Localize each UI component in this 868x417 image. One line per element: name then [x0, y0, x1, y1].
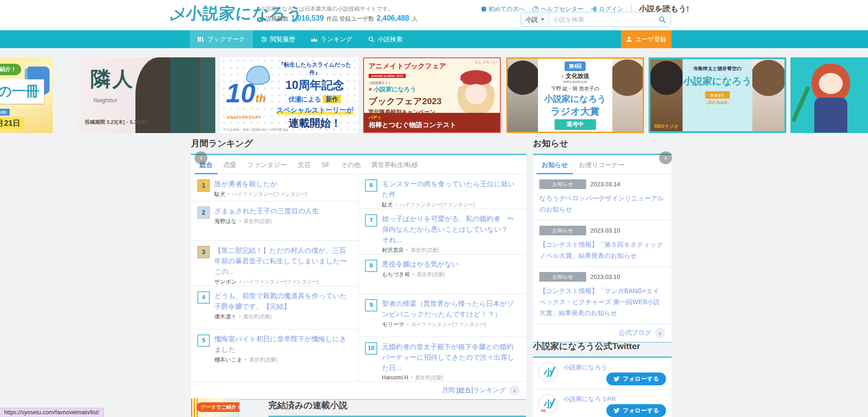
posted-label: 小説掲載数 [260, 16, 289, 22]
notices-tab-1[interactable]: お便りコーナー [574, 155, 629, 174]
rank-meta: ざまぁされた王子の三度目の人生海野はな●異世界[恋愛] [214, 206, 319, 240]
ranking-link-chevron-icon[interactable]: › [510, 385, 520, 395]
banner-radio-award[interactable]: 第4回 ♪ 文化放送FM91.6/AM1134 下野 紘・巽 悠衣子の 小説家に… [506, 57, 644, 133]
author-link[interactable]: 海野はな [214, 218, 237, 224]
author-link[interactable]: 優木凛々 [214, 313, 236, 320]
ranking-tab-4[interactable]: SF [317, 155, 335, 174]
carousel-next-button[interactable]: › [659, 151, 672, 164]
novel-title-link[interactable]: 聖者の帰還（異世界から帰ったら日本がゾンビパニックだったんですけど！？） [382, 298, 519, 319]
search-input[interactable] [549, 12, 654, 27]
beginners-label: 初めての方へ [488, 5, 525, 13]
nav-item-label: 閲覧履歴 [270, 35, 295, 44]
ranking-tab-2[interactable]: ファンタジー [242, 155, 292, 174]
banner-neighbor[interactable]: 隣人 Neighbor 投稿期間 3.23[木]・5.11[木] [78, 57, 215, 133]
ranking-tab-6[interactable]: 異世界転生/転移 [366, 155, 423, 174]
logo-pen-swash-icon: 乄 [170, 6, 185, 22]
author-link[interactable]: 村沢黒音 [382, 247, 404, 253]
login-icon [591, 6, 597, 12]
novel-title-link[interactable]: 誰が勇者を殺したか [214, 178, 307, 189]
search-category-select[interactable]: 小説 [521, 12, 549, 27]
nav-item-1[interactable]: 閲覧履歴 [253, 30, 303, 48]
ranking-tab-5[interactable]: その他 [336, 155, 366, 174]
genre-link[interactable]: 異世界[恋愛] [249, 357, 277, 362]
door-shape [170, 57, 200, 133]
page: 乄小説家になろう 小説家になろうは日本最大級の小説投稿サイトです。 小説掲載数 … [0, 0, 868, 417]
register-button[interactable]: ユーザ登録 [621, 30, 672, 48]
notice-link[interactable]: 【コンテスト情報】「第５回キネティックノベル大賞」結果発表のお知らせ [539, 239, 665, 261]
ranking-tab-1[interactable]: 恋愛 [218, 155, 241, 174]
search-submit-button[interactable] [654, 12, 671, 27]
beginners-link[interactable]: 初めての方へ [481, 5, 525, 13]
author-link[interactable]: 駄犬 [214, 191, 225, 197]
novel-title-link[interactable]: どうも、前世で殺戮の魔道具を作っていた子爵令嬢です。【完結】 [214, 290, 351, 311]
novel-author-line: サンポン●ハイファンタジー[ファンタジー] [214, 278, 351, 286]
novel-title-link[interactable]: 悪役令嬢はやる気がない [382, 259, 459, 269]
radio-title2: ラジオ大賞 [538, 105, 612, 118]
notices-tab-0[interactable]: お知らせ [537, 155, 573, 174]
novel-author-line: もちづき裕●異世界[恋愛] [382, 271, 459, 278]
genre-link[interactable]: ローファンタジー[ファンタジー] [411, 322, 486, 327]
band-tag: バディ [369, 115, 495, 121]
genre-link[interactable]: ハイファンタジー[ファンタジー] [232, 191, 307, 197]
ranking-tab-3[interactable]: 文芸 [293, 155, 316, 174]
genre-link[interactable]: 異世界[恋愛] [417, 272, 445, 277]
notice-link[interactable]: 【コンテスト情報】「マンガBANG×エイベックス・ピクチャーズ 第一回WEB小説… [539, 285, 665, 318]
banner-animate-bookfair[interactable]: ◎しぐれうい アニメイトブックフェア animate bookfair 2023… [363, 57, 501, 133]
animate-logo: アニメイトブックフェア [369, 62, 456, 71]
ranking-item: 1誰が勇者を殺したか駄犬●ハイファンタジー[ファンタジー] [191, 174, 358, 201]
nav-item-label: 小説検索 [378, 35, 403, 44]
door-shape-2 [202, 57, 215, 133]
novel-title-link[interactable]: 懺悔室バイト初日に皇帝陛下が懺悔しにきました [214, 334, 351, 355]
notice-link[interactable]: なろうデベロッパーデザインリニューアルのお知らせ [539, 193, 665, 215]
novel-title-link[interactable]: モンスターの肉を食っていたら王位に就いた件 [382, 178, 519, 200]
official-blog-link[interactable]: 公式ブログ [619, 329, 651, 337]
author-link[interactable]: モリーマ [382, 321, 404, 328]
author-link[interactable]: 駄犬 [382, 201, 393, 208]
banner-slime-10th[interactable]: 10th ANNIVERSARY 『転生したらスライムだった件』 10周年記念 … [220, 57, 358, 133]
author-link[interactable]: 棚本いこま [214, 356, 242, 363]
notices-footer: 公式ブログ › [533, 324, 672, 342]
animate-cross-line: 小説投稿サイト × 小説家になろう [369, 81, 456, 94]
blog-link-chevron-icon[interactable]: › [655, 328, 665, 338]
radio-status-badge: 選考中 [554, 119, 596, 130]
follow-button[interactable]: フォローする [606, 373, 666, 385]
novel-title-link[interactable]: ざまぁされた王子の三度目の人生 [214, 206, 319, 216]
genre-link[interactable]: ハイファンタジー[ファンタジー] [400, 202, 475, 207]
novel-title-link[interactable]: 元婚約者の皇太子殿下が格下令嬢との婚約パーティーに招待してきたので渋々出席した日… [382, 341, 519, 373]
genre-link[interactable]: 異世界[恋愛] [243, 314, 271, 319]
banner-book-intro[interactable]: でご紹介！ の一冊 Update 3月21日 [0, 57, 53, 133]
nav-item-0[interactable]: ブックマーク [190, 30, 253, 48]
banner-publication[interactable]: 小説家に 書籍化 [790, 57, 868, 133]
genre-link[interactable]: 異世界[恋愛] [415, 375, 443, 380]
navi-hosts: 寺島惇太と徳井青空の [683, 66, 752, 72]
navi-station: MBSラジオ [654, 123, 678, 130]
follow-button[interactable]: フォローする [606, 404, 666, 417]
banner-navi-3rd-book[interactable]: 寺島惇太と徳井青空の 小説家になろう navi -3rd book- MBSラジ… [649, 57, 786, 133]
animate-contest-band: バディ 相棒とつむぐ物語コンテスト [364, 113, 500, 132]
separator-dot-icon: ● [228, 192, 230, 196]
genre-link[interactable]: 異世界[恋愛] [411, 247, 439, 253]
genre-link[interactable]: 異世界[恋愛] [243, 218, 271, 224]
data-intro-banner[interactable]: データでご紹介！ [191, 398, 240, 417]
author-link[interactable]: サンポン [214, 278, 237, 285]
posted-unit: 作品 [326, 16, 338, 22]
carousel-prev-button[interactable]: ‹ [195, 151, 207, 164]
author-link[interactable]: Haruomi.H [382, 374, 408, 381]
novel-author-line: 優木凛々●異世界[恋愛] [214, 313, 351, 321]
artist-credit: ◎しぐれうい [475, 60, 497, 65]
nav-item-3[interactable]: 小説検索 [360, 30, 410, 48]
rank-meta: 懺悔室バイト初日に皇帝陛下が懺悔しにきました棚本いこま●異世界[恋愛] [214, 334, 351, 369]
novel-title-link[interactable]: 姪っ子ばかりを可愛がる、私の婚約者 〜身内なんだから悪いことはしていない？ それ… [382, 213, 519, 245]
nav-item-2[interactable]: ランキング [303, 30, 360, 48]
separator-dot-icon: ● [239, 219, 241, 223]
twitter-account-name[interactable]: 小説家になろう [563, 363, 607, 384]
rank-badge: 1 [197, 179, 210, 192]
novel-title-link[interactable]: 【第二部完結！】ただの村人の僕が、三百年前の暴君皇子に転生してしまいました〜この… [214, 245, 351, 277]
twitter-panel: 小小説家になろうフォローする小PR小説家になろうPRフォローする [533, 356, 672, 417]
chevron-left-icon: ‹ [200, 153, 202, 162]
novel-author-line: 海野はな●異世界[恋愛] [214, 217, 319, 225]
monthly-overall-ranking-link[interactable]: 月間 [総合]ランキング [442, 386, 506, 395]
notices-panel: お知らせお便りコーナー お知らせ2023.03.14なろうデベロッパーデザインリ… [533, 154, 672, 343]
author-link[interactable]: もちづき裕 [382, 271, 410, 278]
genre-link[interactable]: ハイファンタジー[ファンタジー] [244, 279, 319, 284]
